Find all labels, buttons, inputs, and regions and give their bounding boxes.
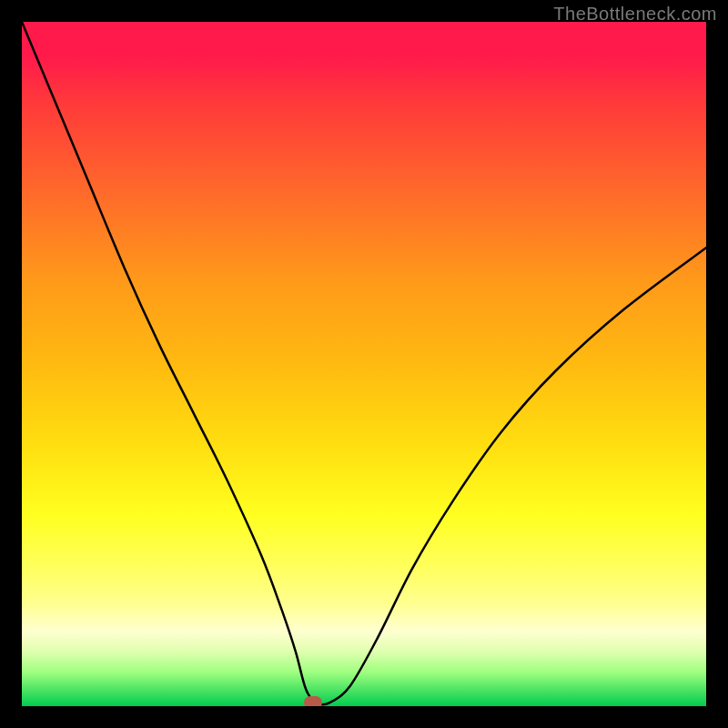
plot-area <box>22 22 706 706</box>
optimum-marker <box>304 696 322 706</box>
bottleneck-curve <box>22 22 706 706</box>
chart-frame: TheBottleneck.com <box>0 0 728 728</box>
watermark-text: TheBottleneck.com <box>553 4 717 25</box>
